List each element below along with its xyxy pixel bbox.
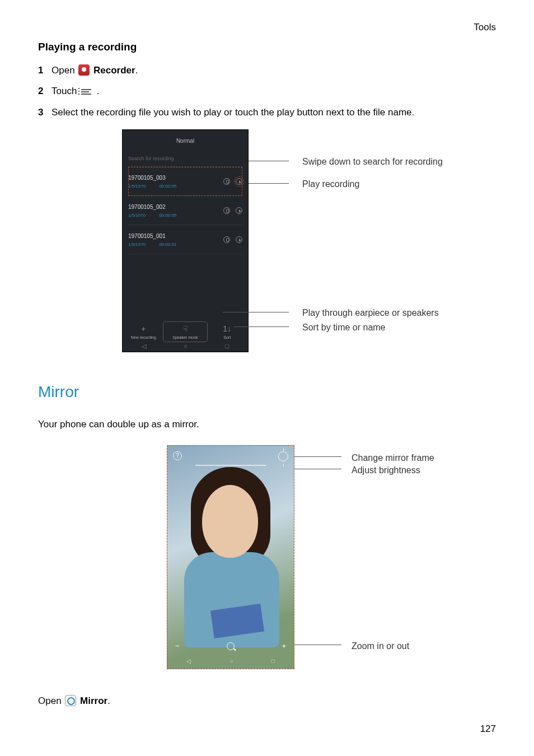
callout-sort: Sort by time or name xyxy=(302,321,386,334)
recording-row[interactable]: 19700105_003 1/5/197000:00:05 xyxy=(128,167,242,196)
page-number: 127 xyxy=(480,722,496,736)
zoom-in-icon[interactable]: + xyxy=(282,641,286,652)
step-3: 3 Select the recording file you wish to … xyxy=(38,105,496,120)
step1-post: . xyxy=(135,65,138,76)
header-section: Tools xyxy=(474,20,496,35)
brightness-button[interactable] xyxy=(278,451,288,461)
back-icon[interactable]: ◁ xyxy=(142,342,146,351)
recording-duration: 00:00:01 xyxy=(159,242,176,247)
recording-duration: 00:00:05 xyxy=(159,213,176,218)
sort-button[interactable]: 1↓Sort xyxy=(206,323,248,341)
recent-icon[interactable]: □ xyxy=(226,342,229,351)
frame-button[interactable]: ? xyxy=(173,451,182,460)
callout-frame: Change mirror frame xyxy=(352,451,434,465)
step-number: 1 xyxy=(38,63,51,78)
recording-name: 19700105_003 xyxy=(128,174,223,182)
recording-date: 1/5/1970 xyxy=(128,242,146,247)
mirror-open-line: Open Mirror. xyxy=(38,694,496,708)
phone-title: Normal xyxy=(123,130,248,145)
open-post: . xyxy=(107,696,110,706)
phone-screenshot-recorder: Normal Search for recording 19700105_003… xyxy=(122,129,249,352)
magnifier-icon xyxy=(227,642,235,650)
callout-zoom: Zoom in or out xyxy=(352,640,409,653)
earpiece-icon[interactable] xyxy=(223,236,230,243)
new-recording-button[interactable]: +New recording xyxy=(123,323,165,341)
step-number: 3 xyxy=(38,105,51,120)
step1-app: Recorder xyxy=(93,65,135,76)
android-nav-bar: ◁ ○ □ xyxy=(167,657,294,665)
earpiece-icon[interactable] xyxy=(223,178,230,185)
home-icon[interactable]: ○ xyxy=(229,657,233,665)
step2-pre: Touch xyxy=(51,86,79,96)
earpiece-icon[interactable] xyxy=(223,207,230,214)
callout-search: Swipe down to search for recording xyxy=(302,155,443,169)
phone-bottom-bar: +New recording ☟Speaker mode 1↓Sort xyxy=(123,323,248,341)
open-app: Mirror xyxy=(80,696,107,706)
speaker-mode-button[interactable]: ☟Speaker mode xyxy=(165,323,207,341)
callout-play: Play recording xyxy=(302,178,359,191)
list-menu-icon xyxy=(81,88,92,96)
play-icon[interactable] xyxy=(236,207,242,214)
recording-date: 1/5/1970 xyxy=(128,184,146,189)
recording-row[interactable]: 19700105_002 1/5/197000:00:05 xyxy=(128,196,242,225)
step-2: 2 Touch . xyxy=(38,84,496,99)
play-icon[interactable] xyxy=(236,178,242,185)
android-nav-bar: ◁ ○ □ xyxy=(123,342,248,351)
recording-duration: 00:00:05 xyxy=(159,184,176,189)
step2-post: . xyxy=(97,86,100,96)
recent-icon[interactable]: □ xyxy=(271,657,275,665)
recording-date: 1/5/1970 xyxy=(128,213,146,218)
phone-screenshot-mirror: ? − + ◁ ○ □ xyxy=(167,445,294,669)
recording-name: 19700105_001 xyxy=(128,232,223,240)
recording-row[interactable]: 19700105_001 1/5/197000:00:01 xyxy=(128,225,242,254)
home-icon[interactable]: ○ xyxy=(184,342,188,351)
callout-brightness: Adjust brightness xyxy=(352,464,420,477)
recording-name: 19700105_002 xyxy=(128,203,223,211)
recorder-app-icon xyxy=(78,64,90,76)
callout-speaker: Play through earpiece or speakers xyxy=(302,306,439,320)
step-number: 2 xyxy=(38,84,51,99)
figure-recorder: Normal Search for recording 19700105_003… xyxy=(122,129,480,353)
mirror-intro: Your phone can double up as a mirror. xyxy=(38,417,496,432)
back-icon[interactable]: ◁ xyxy=(186,657,191,665)
figure-mirror: ? − + ◁ ○ □ Change mirror frame Adjust b… xyxy=(167,445,525,680)
play-icon[interactable] xyxy=(236,236,242,243)
step-1: 1 Open Recorder. xyxy=(38,63,496,78)
zoom-out-icon[interactable]: − xyxy=(175,641,180,652)
search-field[interactable]: Search for recording xyxy=(128,155,242,167)
step1-pre: Open xyxy=(51,65,77,76)
section-heading-mirror: Mirror xyxy=(38,380,496,404)
brightness-slider[interactable] xyxy=(195,465,266,466)
mirror-app-icon xyxy=(65,695,76,706)
section-title-playing: Playing a recording xyxy=(38,39,496,55)
step3-text: Select the recording file you wish to pl… xyxy=(51,105,496,120)
open-pre: Open xyxy=(38,696,64,706)
